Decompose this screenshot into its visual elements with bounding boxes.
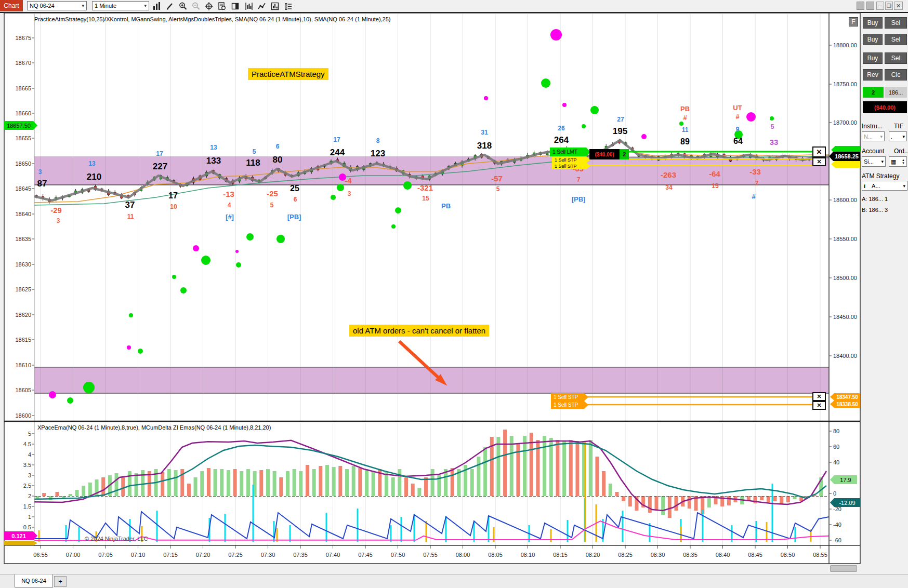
swing-stat-label: 89 [680, 138, 690, 146]
price-axis-label: 18650 [5, 161, 31, 167]
account-label: Account [862, 148, 884, 155]
swing-stat-label: # [683, 114, 687, 121]
price-axis-label: 18635 [5, 236, 31, 242]
price-axis-label: 18665 [5, 85, 31, 91]
time-axis-label: 07:30 [256, 552, 281, 558]
swing-stat-label: -25 [267, 190, 278, 197]
price-axis-label-right: 18550.00 [833, 236, 857, 242]
buy-button[interactable]: Buy [863, 34, 883, 45]
swing-stat-label: -33 [749, 168, 761, 176]
sell-button[interactable]: Sel [885, 34, 907, 45]
pace-axis-label: 5 [5, 431, 31, 437]
swing-stat-label: 244 [330, 148, 345, 157]
sell-stop-order-tag-old[interactable]: 1 Sell STP [551, 401, 588, 409]
old-stop-price-tag: 18347.50 [830, 393, 860, 400]
swing-stat-label: 318 [477, 141, 492, 150]
pace-axis-label: 3 [5, 472, 31, 478]
price-axis-label: 18615 [5, 337, 31, 343]
time-axis-label: 07:45 [353, 552, 378, 558]
price-axis-label: 18640 [5, 211, 31, 217]
atm-strategy-label: ATM Strategy [862, 172, 899, 180]
add-tab-button[interactable]: + [54, 576, 67, 587]
indicator-header: PracticeAtmStrategy(10,25)/XKontrol, MGa… [34, 16, 391, 22]
swing-stat-label: 26 [558, 125, 564, 131]
h-scrollbar-thumb[interactable] [830, 565, 857, 572]
swing-stat-label: 11 [127, 213, 134, 220]
swing-stat-label: 227 [153, 162, 167, 171]
swing-stat-label: 4 [228, 202, 231, 208]
reverse-button[interactable]: Rev [863, 69, 883, 81]
tif-label: TIF [894, 123, 903, 130]
pace-axis-label: 1.5 [5, 503, 31, 510]
tif-dropdown[interactable]: .▾ [889, 131, 907, 141]
sell-limit-order-tag[interactable]: 1 Sell LMT [550, 148, 590, 156]
buy-button[interactable]: Buy [863, 52, 883, 64]
sell-stop-order-tag[interactable]: 1 Sell STP [552, 156, 590, 163]
pace-axis-label: 4 [5, 451, 31, 458]
quantity-stepper[interactable]: ▦▲▼ [889, 156, 907, 167]
close-icon: ✕ [817, 158, 821, 165]
swing-stat-label: -29 [50, 206, 62, 214]
price-axis-label: 18605 [5, 387, 31, 393]
swing-stat-label: -64 [709, 170, 720, 178]
time-axis-label: 08:00 [451, 552, 476, 558]
position-qty-box: 2 [620, 149, 629, 159]
instrument-label: Instru... [862, 123, 883, 130]
swing-stat-label: 9 [736, 126, 740, 132]
close-position-button[interactable]: Clc [885, 69, 907, 81]
sell-button[interactable]: Sel [885, 52, 907, 64]
time-axis-label: 07:15 [158, 552, 183, 558]
swing-stat-label: -4 [345, 177, 351, 184]
tif-dropdown-value: . [891, 133, 892, 140]
sell-button[interactable]: Sel [885, 17, 907, 29]
swing-stat-label: 15 [422, 195, 429, 202]
delta-axis-label: 40 [833, 459, 839, 465]
buy-button[interactable]: Buy [863, 17, 883, 29]
swing-stat-label: 5 [496, 186, 500, 192]
cancel-order-button[interactable]: ✕ [812, 392, 826, 401]
atm-row-b: B: 186... 3 [862, 207, 888, 213]
strategy-annotation: PracticeATMStrategy [248, 68, 328, 80]
unrealized-pnl-box: ($40.00) [589, 149, 620, 159]
cancel-order-button[interactable]: ✕ [812, 157, 826, 166]
oscillator-value-tag2 [4, 541, 37, 545]
cancel-order-button[interactable]: ✕ [812, 146, 826, 157]
oscillator-value-tag: 0.121 [4, 531, 37, 540]
price-axis-label: 18660 [5, 110, 31, 116]
swing-stat-label: 133 [206, 156, 221, 165]
instrument-dropdown[interactable]: N...▾ [862, 131, 885, 141]
swing-stat-label: 5 [253, 149, 256, 155]
time-axis-label: 07:55 [418, 552, 443, 558]
sell-stop-order-tag-old[interactable]: 1 Sell STP [551, 393, 588, 401]
position-qty-cell: 2 [863, 87, 884, 98]
order-label: Ord... [894, 148, 908, 155]
swing-stat-label: 11 [682, 127, 689, 133]
swing-stat-label: 3 [38, 169, 42, 175]
time-axis-label: 07:05 [93, 552, 118, 558]
swing-stat-label: 31 [481, 129, 488, 136]
swing-stat-label: 27 [617, 116, 624, 123]
swing-stat-label: 6 [276, 143, 280, 150]
price-axis-label-right: 18450.00 [833, 314, 857, 320]
time-axis-label: 08:10 [516, 552, 541, 558]
time-axis-label: 08:05 [483, 552, 508, 558]
swing-stat-label: 10 [170, 204, 177, 210]
cancel-order-button[interactable]: ✕ [812, 401, 826, 410]
position-price-cell: 186... [885, 87, 907, 98]
swing-stat-label: 118 [246, 158, 260, 167]
price-axis-label: 18670 [5, 60, 31, 66]
chevron-down-icon: ▾ [881, 159, 884, 164]
time-axis-label: 08:30 [646, 552, 670, 558]
pace-axis-label: 4.5 [5, 441, 31, 447]
pace-axis-label: 1 [5, 514, 31, 520]
price-axis-label: 18675 [5, 35, 31, 41]
swing-stat-label: 17 [168, 192, 178, 200]
time-axis-label: 06:55 [28, 552, 53, 558]
sell-stop-order-tag[interactable]: 1 Sell STP [552, 163, 590, 169]
account-dropdown[interactable]: Si...▾ [862, 156, 886, 167]
tab-nq-06-24[interactable]: NQ 06-24 [15, 574, 53, 587]
swing-stat-label: 7 [577, 177, 581, 183]
f-button[interactable]: F [849, 17, 858, 26]
swing-stat-label: 195 [613, 127, 627, 136]
atm-strategy-dropdown[interactable]: iA...▾ [862, 181, 907, 191]
